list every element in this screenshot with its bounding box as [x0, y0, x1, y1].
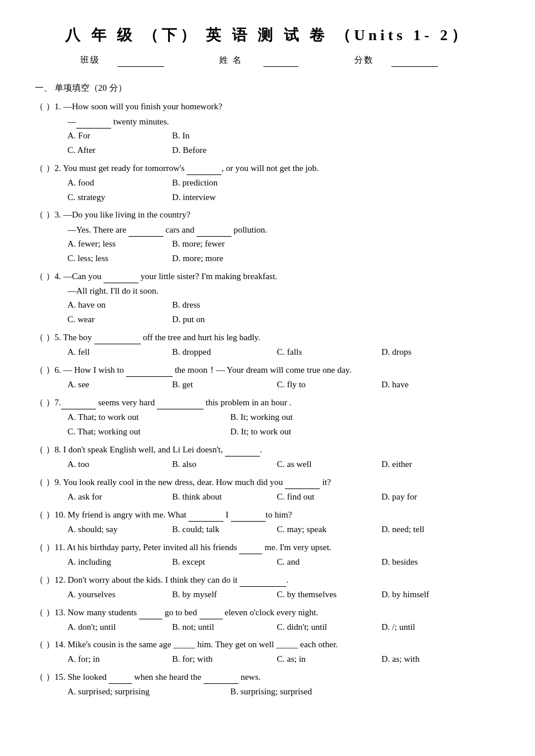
- q6-paren: （ ）: [35, 363, 55, 377]
- q5-paren: （ ）: [35, 330, 55, 344]
- q11-optA: A. including: [67, 555, 172, 569]
- q5-text: 5. The boy off the tree and hurt his leg…: [55, 330, 500, 344]
- q14-paren: （ ）: [35, 637, 55, 651]
- question-11: （ ） 11. At his birthday party, Peter inv…: [35, 540, 500, 569]
- q7-text: 7. seems very hard this problem in an ho…: [55, 395, 500, 409]
- q9-optA: A. ask for: [67, 490, 172, 504]
- q5-optC: C. falls: [277, 345, 381, 359]
- q12-paren: （ ）: [35, 573, 55, 587]
- q2-optB: B. prediction: [172, 176, 277, 190]
- q14-optA: A. for; in: [67, 652, 172, 666]
- q10-text: 10. My friend is angry with me. What I t…: [55, 507, 500, 522]
- q8-opts1: A. too B. also C. as well D. either: [67, 457, 500, 471]
- q4-opts2: C. wear D. put on: [67, 312, 500, 326]
- q7-paren: （ ）: [35, 395, 55, 409]
- question-4: （ ） 4. —Can you your little sister? I'm …: [35, 269, 500, 326]
- q3-text: 3. —Do you like living in the country?: [55, 208, 500, 222]
- q10-optB: B. could; talk: [172, 522, 277, 536]
- q8-optB: B. also: [172, 457, 277, 471]
- q12-optC: C. by themselves: [277, 587, 381, 601]
- q13-optC: C. didn't; until: [277, 620, 381, 634]
- q4-paren: （ ）: [35, 269, 55, 283]
- q14-optC: C. as; in: [277, 652, 381, 666]
- question-15: （ ） 15. She looked when she heard the ne…: [35, 669, 500, 698]
- q6-opts1: A. see B. get C. fly to D. have: [67, 377, 500, 391]
- q4-optB: B. dress: [172, 298, 277, 312]
- question-8: （ ） 8. I don't speak English well, and L…: [35, 442, 500, 471]
- q12-text: 12. Don't worry about the kids. I think …: [55, 572, 500, 587]
- question-12: （ ） 12. Don't worry about the kids. I th…: [35, 572, 500, 601]
- section1-title: 一、 单项填空（20 分）: [35, 81, 500, 95]
- q11-optC: C. and: [277, 555, 381, 569]
- name-label: 姓 名: [219, 55, 316, 65]
- q2-opts1: A. food B. prediction: [67, 176, 500, 190]
- q6-optD: D. have: [381, 377, 486, 391]
- q10-optD: D. need; tell: [381, 522, 486, 536]
- q11-opts1: A. including B. except C. and D. besides: [67, 555, 500, 569]
- q9-opts1: A. ask for B. think about C. find out D.…: [67, 490, 500, 504]
- q7-optD: D. It; to work out: [230, 425, 393, 438]
- q13-paren: （ ）: [35, 605, 55, 619]
- q12-opts1: A. yourselves B. by myself C. by themsel…: [67, 587, 500, 601]
- question-6: （ ） 6. — How I wish to the moon！— Your d…: [35, 362, 500, 391]
- q10-optA: A. should; say: [67, 522, 172, 536]
- q3-optC: C. less; less: [67, 251, 172, 265]
- q10-optC: C. may; speak: [277, 522, 381, 536]
- q6-optC: C. fly to: [277, 377, 381, 391]
- q1-optD: D. Before: [172, 143, 277, 157]
- q12-optD: D. by himself: [381, 587, 486, 601]
- q13-optD: D. /; until: [381, 620, 486, 634]
- q9-text: 9. You look really cool in the new dress…: [55, 475, 500, 489]
- question-5: （ ） 5. The boy off the tree and hurt his…: [35, 330, 500, 359]
- q1-opts1: A. For B. In: [67, 129, 500, 142]
- q1-sub: — twenty minutes.: [67, 114, 500, 129]
- q4-optC: C. wear: [67, 312, 172, 326]
- q2-optC: C. strategy: [67, 190, 172, 204]
- subtitle: 班级 姓 名 分数: [35, 52, 500, 67]
- q7-optB: B. It; working out: [230, 410, 393, 424]
- q3-opts2: C. less; less D. more; more: [67, 251, 500, 265]
- q3-optA: A. fewer; less: [67, 237, 172, 251]
- q8-text: 8. I don't speak English well, and Li Le…: [55, 442, 500, 457]
- q10-paren: （ ）: [35, 508, 55, 522]
- question-13: （ ） 13. Now many students go to bed elev…: [35, 605, 500, 634]
- q3-opts1: A. fewer; less B. more; fewer: [67, 237, 500, 251]
- q4-sub: —All right. I'll do it soon.: [67, 284, 500, 298]
- q1-opts2: C. After D. Before: [67, 143, 500, 157]
- q5-optA: A. fell: [67, 345, 172, 359]
- q5-opts1: A. fell B. dropped C. falls D. drops: [67, 345, 500, 359]
- q15-opts1: A. surprised; surprising B. surprising; …: [67, 684, 500, 698]
- q2-paren: （ ）: [35, 161, 55, 175]
- q4-text: 4. —Can you your little sister? I'm maki…: [55, 269, 500, 283]
- question-1: （ ） 1. —How soon will you finish your ho…: [35, 99, 500, 157]
- question-9: （ ） 9. You look really cool in the new d…: [35, 475, 500, 504]
- q9-optD: D. pay for: [381, 490, 486, 504]
- q13-text: 13. Now many students go to bed eleven o…: [55, 605, 500, 619]
- q6-optB: B. get: [172, 377, 277, 391]
- q13-opts1: A. don't; until B. not; until C. didn't;…: [67, 620, 500, 634]
- q14-optB: B. for; with: [172, 652, 277, 666]
- q9-paren: （ ）: [35, 475, 55, 489]
- q9-optB: B. think about: [172, 490, 277, 504]
- q2-optD: D. interview: [172, 190, 277, 204]
- q14-opts1: A. for; in B. for; with C. as; in D. as;…: [67, 652, 500, 666]
- q8-paren: （ ）: [35, 443, 55, 457]
- q5-optB: B. dropped: [172, 345, 277, 359]
- title: 八 年 级 （下） 英 语 测 试 卷 （Units 1- 2）: [35, 23, 500, 48]
- question-2: （ ） 2. You must get ready for tomorrow's…: [35, 161, 500, 204]
- q14-text: 14. Mike's cousin is the same age _____ …: [55, 637, 500, 651]
- q15-text: 15. She looked when she heard the news.: [55, 669, 500, 684]
- q1-optC: C. After: [67, 143, 172, 157]
- question-10: （ ） 10. My friend is angry with me. What…: [35, 507, 500, 536]
- q14-optD: D. as; with: [381, 652, 486, 666]
- q12-optA: A. yourselves: [67, 587, 172, 601]
- question-14: （ ） 14. Mike's cousin is the same age __…: [35, 637, 500, 666]
- q4-optD: D. put on: [172, 312, 277, 326]
- q1-text: 1. —How soon will you finish your homewo…: [55, 99, 500, 113]
- q15-paren: （ ）: [35, 670, 55, 684]
- q2-optA: A. food: [67, 176, 172, 190]
- q13-optA: A. don't; until: [67, 620, 172, 634]
- q11-paren: （ ）: [35, 540, 55, 554]
- q13-optB: B. not; until: [172, 620, 277, 634]
- q7-optC: C. That; working out: [67, 425, 230, 438]
